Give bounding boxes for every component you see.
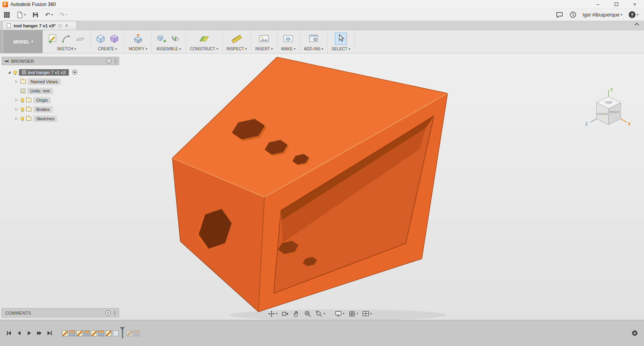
timeline-feature-extrude-icon[interactable]	[98, 330, 104, 336]
ribbon-dropdown-addins[interactable]: ADD-INS▾	[304, 47, 323, 51]
comments-panel[interactable]: COMMENTS +	[2, 308, 119, 317]
close-button[interactable]: ×	[625, 0, 644, 8]
comments-grip-handle[interactable]	[114, 311, 116, 315]
press-pull-button[interactable]	[132, 33, 144, 45]
tree-item-label[interactable]: Sketches	[33, 115, 57, 122]
visibility-bulb-icon[interactable]	[13, 70, 17, 74]
tree-item-label[interactable]: Bodies	[33, 106, 53, 113]
timeline-feature-sketch-icon[interactable]	[105, 330, 111, 336]
redo-button[interactable]: ↷ ▾	[60, 12, 68, 18]
new-component-button[interactable]	[156, 33, 168, 45]
root-component-item[interactable]: tool hanger 7 v1 v3	[19, 69, 69, 76]
save-button[interactable]	[32, 12, 39, 18]
viewport-canvas[interactable]: TOP FRONT RIGHT Y X Z ◀◀ BROWSER – ◢	[0, 54, 644, 320]
ribbon-dropdown-make[interactable]: MAKE▾	[281, 47, 295, 51]
job-status-button[interactable]	[570, 11, 576, 18]
tree-row-sketches[interactable]: ▷ Sketches	[2, 114, 119, 123]
comments-expand-button[interactable]: +	[105, 310, 111, 315]
workspace-label: MODEL	[14, 39, 30, 44]
timeline-play-button[interactable]	[26, 330, 32, 336]
measure-button[interactable]	[231, 33, 243, 45]
visibility-bulb-icon[interactable]	[21, 107, 24, 111]
timeline-playhead-marker[interactable]	[122, 328, 123, 338]
ribbon-group-assemble: ASSEMBLE▾	[152, 30, 186, 53]
collapse-toolbar-chevron-icon[interactable]	[634, 23, 639, 27]
tree-collapsed-icon[interactable]: ▷	[14, 80, 19, 83]
zoom-button[interactable]	[304, 310, 312, 317]
tree-row-origin[interactable]: ▷ Origin	[2, 95, 119, 105]
timeline-feature-sketch-icon[interactable]	[91, 330, 97, 336]
timeline-feature-extrude-icon[interactable]	[134, 330, 140, 336]
file-menu-button[interactable]: ▾	[17, 11, 26, 19]
browser-grip-handle[interactable]	[115, 59, 116, 64]
document-tab[interactable]: tool hanger 7 v1 v3* ×	[2, 21, 77, 30]
browser-minimize-button[interactable]: –	[106, 58, 111, 64]
minimize-button[interactable]: –	[588, 0, 607, 8]
timeline-step-forward-button[interactable]	[36, 330, 42, 336]
timeline-feature-sketch-icon[interactable]	[126, 330, 132, 336]
tree-row-units[interactable]: Units: mm	[2, 86, 119, 95]
timeline-feature-extrude-icon[interactable]	[84, 330, 90, 336]
timeline-skip-start-button[interactable]	[6, 330, 12, 336]
grid-snaps-button[interactable]: ▾	[349, 310, 358, 317]
timeline-feature-sketch-icon[interactable]	[62, 330, 68, 336]
timeline-step-back-button[interactable]	[16, 330, 22, 336]
ribbon-dropdown-construct[interactable]: CONSTRUCT▾	[190, 47, 218, 51]
ribbon-dropdown-assemble[interactable]: ASSEMBLE▾	[156, 47, 181, 51]
app-launcher-button[interactable]	[4, 12, 10, 18]
ribbon-dropdown-select[interactable]: SELECT▾	[332, 47, 350, 51]
orbit-button[interactable]	[293, 310, 300, 317]
visibility-bulb-icon[interactable]	[21, 117, 24, 120]
ribbon-dropdown-insert[interactable]: INSERT▾	[255, 47, 273, 51]
zoom-window-button[interactable]: ▾	[316, 310, 325, 317]
tree-row-root[interactable]: ◢ tool hanger 7 v1 v3	[2, 68, 119, 77]
viewports-button[interactable]: ▾	[362, 310, 372, 317]
timeline-feature-extrude-icon[interactable]	[69, 330, 75, 336]
tree-collapsed-icon[interactable]: ▷	[14, 98, 19, 102]
tree-item-label[interactable]: Origin	[33, 97, 51, 103]
tree-collapsed-icon[interactable]: ▷	[14, 117, 19, 120]
ribbon-dropdown-create[interactable]: CREATE▾	[98, 47, 117, 51]
select-tool-button[interactable]	[335, 33, 347, 45]
tree-expanded-icon[interactable]: ◢	[7, 70, 11, 74]
user-account-menu[interactable]: Igor Albuquerque ▾	[583, 12, 622, 18]
look-at-button[interactable]	[282, 310, 289, 317]
tree-item-label[interactable]: Named Views	[28, 78, 61, 85]
tab-close-button[interactable]: ×	[65, 23, 68, 29]
collapse-panel-icon[interactable]: ◀◀	[4, 60, 8, 63]
create-form-button[interactable]	[108, 33, 120, 45]
timeline-settings-gear-icon[interactable]	[631, 330, 638, 337]
ribbon-dropdown-sketch[interactable]: SKETCH▾	[57, 47, 76, 51]
timeline-feature-fillet-icon[interactable]	[113, 330, 119, 336]
maximize-icon	[615, 2, 618, 6]
timeline-skip-end-button[interactable]	[46, 330, 52, 336]
timeline-feature-sketch-icon[interactable]	[76, 330, 83, 336]
tree-collapsed-icon[interactable]: ▷	[14, 107, 19, 111]
comments-feed-button[interactable]	[556, 12, 563, 18]
construction-plane-button[interactable]	[198, 33, 210, 45]
pan-button[interactable]: ▾	[268, 310, 278, 317]
ribbon-grip-handle[interactable]	[0, 30, 4, 53]
sketch-plane-button[interactable]	[74, 33, 86, 45]
tree-item-label[interactable]: Units: mm	[27, 88, 53, 94]
ribbon-dropdown-inspect[interactable]: INSPECT▾	[227, 47, 247, 51]
ribbon-dropdown-modify[interactable]: MODIFY▾	[129, 47, 147, 51]
sketch-arc-button[interactable]	[60, 33, 72, 45]
workspace-switcher[interactable]: MODEL ▾	[4, 30, 43, 53]
tree-row-bodies[interactable]: ▷ Bodies	[2, 105, 119, 114]
undo-button[interactable]: ↶ ▾	[45, 12, 53, 18]
activate-component-radio[interactable]	[72, 70, 77, 75]
model-body[interactable]	[172, 57, 448, 320]
insert-image-button[interactable]	[258, 33, 270, 45]
make-button[interactable]	[282, 33, 294, 45]
display-settings-button[interactable]: ▾	[335, 310, 345, 317]
viewcube[interactable]: TOP FRONT RIGHT Y X Z	[581, 86, 634, 138]
maximize-button[interactable]	[607, 0, 625, 8]
joint-button[interactable]	[169, 33, 182, 45]
visibility-bulb-icon[interactable]	[21, 98, 24, 102]
help-menu-button[interactable]: ? ▾	[629, 11, 638, 18]
tree-row-named-views[interactable]: ▷ Named Views	[2, 77, 119, 86]
addins-button[interactable]	[308, 33, 320, 45]
create-sketch-button[interactable]	[47, 33, 59, 45]
create-box-button[interactable]	[95, 33, 107, 45]
